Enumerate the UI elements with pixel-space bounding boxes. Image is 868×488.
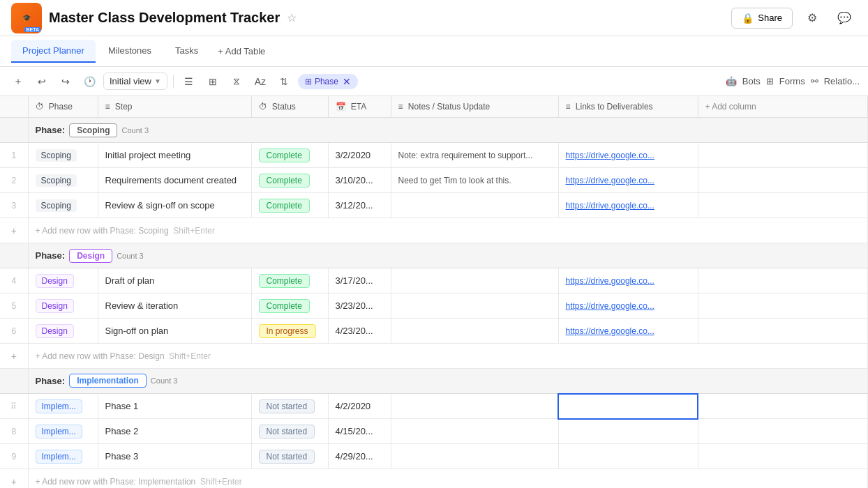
add-row-text-design[interactable]: + Add new row with Phase: Design Shift+E… bbox=[28, 344, 868, 369]
link-value-2[interactable]: https://drive.google.co... bbox=[566, 176, 654, 185]
eta-cell-7[interactable]: 4/2/2020 bbox=[328, 394, 391, 419]
notes-cell-2[interactable]: Need to get Tim to look at this. bbox=[391, 168, 558, 193]
group-header-design: Phase: Design Count 3 bbox=[0, 243, 868, 268]
th-add-column[interactable]: + Add column bbox=[698, 96, 868, 118]
links-cell-4[interactable]: https://drive.google.co... bbox=[558, 268, 698, 293]
eta-cell-8[interactable]: 4/15/20... bbox=[328, 419, 391, 444]
phase-tag-design[interactable]: Design bbox=[69, 249, 112, 263]
step-cell-4[interactable]: Draft of plan bbox=[98, 268, 251, 293]
links-cell-5[interactable]: https://drive.google.co... bbox=[558, 293, 698, 319]
tab-milestones[interactable]: Milestones bbox=[97, 40, 163, 63]
links-cell-9[interactable] bbox=[558, 444, 698, 469]
phase-cell-2[interactable]: Scoping bbox=[28, 168, 98, 193]
group-header-scoping: Phase: Scoping Count 3 bbox=[0, 118, 868, 143]
sort-button[interactable]: Az bbox=[250, 72, 270, 91]
phase-cell-3[interactable]: Scoping bbox=[28, 193, 98, 218]
status-cell-2[interactable]: Complete bbox=[251, 168, 328, 193]
eta-cell-9[interactable]: 4/29/20... bbox=[328, 444, 391, 469]
status-cell-8[interactable]: Not started bbox=[251, 419, 328, 444]
status-cell-9[interactable]: Not started bbox=[251, 444, 328, 469]
settings-icon-button[interactable]: ⚙ bbox=[800, 6, 825, 31]
links-cell-6[interactable]: https://drive.google.co... bbox=[558, 319, 698, 344]
step-cell-5[interactable]: Review & iteration bbox=[98, 293, 251, 319]
add-column-label[interactable]: + Add column bbox=[705, 102, 861, 112]
links-cell-3[interactable]: https://drive.google.co... bbox=[558, 193, 698, 218]
phase-cell-7[interactable]: Implem... bbox=[28, 394, 98, 419]
filter-close-icon[interactable]: ✕ bbox=[343, 76, 351, 87]
notes-cell-9[interactable] bbox=[391, 444, 558, 469]
phase-cell-1[interactable]: Scoping bbox=[28, 143, 98, 168]
link-value-5[interactable]: https://drive.google.co... bbox=[566, 301, 654, 311]
logo-icon: 🎓 bbox=[22, 14, 31, 22]
star-icon[interactable]: ☆ bbox=[287, 11, 297, 24]
links-cell-2[interactable]: https://drive.google.co... bbox=[558, 168, 698, 193]
tab-tasks[interactable]: Tasks bbox=[164, 40, 209, 63]
status-cell-4[interactable]: Complete bbox=[251, 268, 328, 293]
links-cell-1[interactable]: https://drive.google.co... bbox=[558, 143, 698, 168]
step-cell-8[interactable]: Phase 2 bbox=[98, 419, 251, 444]
add-row-label-implementation[interactable]: + Add new row with Phase: Implementation… bbox=[36, 477, 242, 487]
status-cell-5[interactable]: Complete bbox=[251, 293, 328, 319]
status-cell-7[interactable]: Not started bbox=[251, 394, 328, 419]
links-cell-7[interactable] bbox=[558, 394, 698, 419]
eta-cell-6[interactable]: 4/23/20... bbox=[328, 319, 391, 344]
eta-cell-3[interactable]: 3/12/20... bbox=[328, 193, 391, 218]
add-table-button[interactable]: + Add Table bbox=[211, 42, 272, 61]
view-selector[interactable]: Initial view ▼ bbox=[103, 73, 167, 90]
notes-cell-1[interactable]: Note: extra requirement to support... bbox=[391, 143, 558, 168]
add-row-text-scoping[interactable]: + Add new row with Phase: Scoping Shift+… bbox=[28, 218, 868, 243]
step-cell-9[interactable]: Phase 3 bbox=[98, 444, 251, 469]
group-button[interactable]: ⇅ bbox=[274, 72, 294, 91]
step-cell-6[interactable]: Sign-off on plan bbox=[98, 319, 251, 344]
phase-cell-4[interactable]: Design bbox=[28, 268, 98, 293]
step-cell-3[interactable]: Review & sign-off on scope bbox=[98, 193, 251, 218]
phase-tag-scoping[interactable]: Scoping bbox=[69, 123, 117, 137]
phase-filter-tag[interactable]: ⊞ Phase ✕ bbox=[298, 74, 358, 89]
status-cell-1[interactable]: Complete bbox=[251, 143, 328, 168]
status-cell-6[interactable]: In progress bbox=[251, 319, 328, 344]
phase-cell-5[interactable]: Design bbox=[28, 293, 98, 319]
notes-cell-3[interactable] bbox=[391, 193, 558, 218]
eta-cell-5[interactable]: 3/23/20... bbox=[328, 293, 391, 319]
add-row-toolbar-button[interactable]: ＋ bbox=[8, 72, 28, 91]
phase-tag-implementation[interactable]: Implementation bbox=[69, 374, 147, 388]
move-handle[interactable]: ⠿ bbox=[10, 402, 17, 411]
redo-button[interactable]: ↪ bbox=[56, 72, 75, 91]
step-cell-7[interactable]: Phase 1 bbox=[98, 394, 251, 419]
phase-cell-8[interactable]: Implem... bbox=[28, 419, 98, 444]
eta-cell-2[interactable]: 3/10/20... bbox=[328, 168, 391, 193]
filter-button[interactable]: ⧖ bbox=[227, 72, 246, 91]
row-height-button[interactable]: ☰ bbox=[179, 72, 199, 91]
phase-cell-9[interactable]: Implem... bbox=[28, 444, 98, 469]
status-cell-3[interactable]: Complete bbox=[251, 193, 328, 218]
step-cell-1[interactable]: Initial project meeting bbox=[98, 143, 251, 168]
forms-label[interactable]: Forms bbox=[779, 76, 805, 86]
notes-cell-4[interactable] bbox=[391, 268, 558, 293]
phase-cell-6[interactable]: Design bbox=[28, 319, 98, 344]
row-num-5: 5 bbox=[0, 293, 28, 319]
add-row-label-scoping[interactable]: + Add new row with Phase: Scoping Shift+… bbox=[36, 226, 216, 236]
relations-label[interactable]: Relatio... bbox=[824, 76, 860, 86]
link-value-6[interactable]: https://drive.google.co... bbox=[566, 326, 654, 336]
notes-cell-5[interactable] bbox=[391, 293, 558, 319]
notes-cell-6[interactable] bbox=[391, 319, 558, 344]
eta-cell-1[interactable]: 3/2/2020 bbox=[328, 143, 391, 168]
notifications-icon-button[interactable]: 💬 bbox=[832, 6, 857, 31]
link-value-4[interactable]: https://drive.google.co... bbox=[566, 276, 654, 286]
link-value-1[interactable]: https://drive.google.co... bbox=[566, 151, 654, 160]
step-cell-2[interactable]: Requirements document created bbox=[98, 168, 251, 193]
link-value-3[interactable]: https://drive.google.co... bbox=[566, 201, 654, 211]
undo-button[interactable]: ↩ bbox=[32, 72, 52, 91]
share-button[interactable]: 🔒 Share bbox=[731, 8, 793, 29]
add-row-label-design[interactable]: + Add new row with Phase: Design Shift+E… bbox=[36, 351, 211, 361]
notes-cell-7[interactable] bbox=[391, 394, 558, 419]
bots-label[interactable]: Bots bbox=[742, 76, 761, 86]
notes-cell-8[interactable] bbox=[391, 419, 558, 444]
table-container: ⏱ Phase ≡ Step ⏱ Status 📅 ETA ≡ Notes bbox=[0, 96, 868, 488]
fields-button[interactable]: ⊞ bbox=[203, 72, 223, 91]
tab-project-planner[interactable]: Project Planner bbox=[11, 40, 96, 63]
links-cell-8[interactable] bbox=[558, 419, 698, 444]
add-row-text-implementation[interactable]: + Add new row with Phase: Implementation… bbox=[28, 469, 868, 489]
eta-cell-4[interactable]: 3/17/20... bbox=[328, 268, 391, 293]
history-button[interactable]: 🕐 bbox=[80, 72, 99, 91]
